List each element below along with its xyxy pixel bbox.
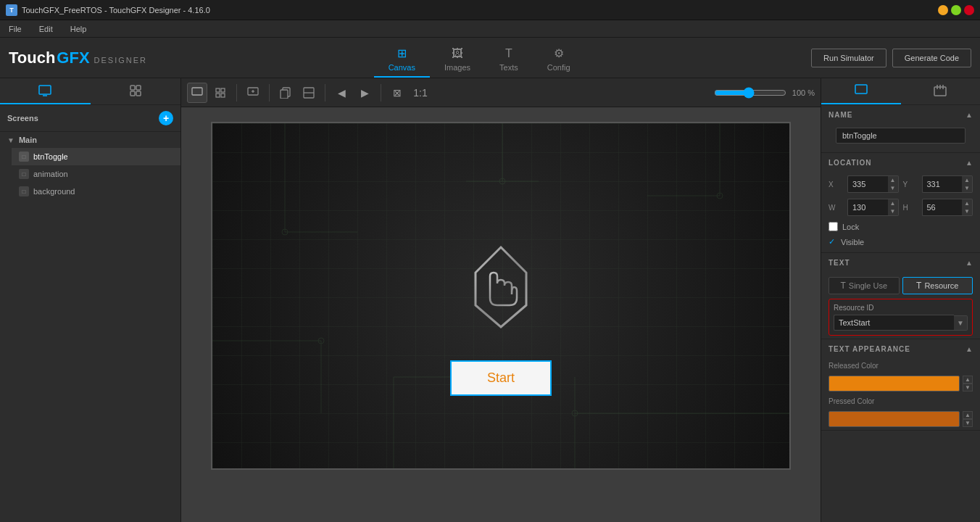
redo-button[interactable]: ▶ <box>354 83 375 103</box>
resource-select-row: TextStart ▼ <box>834 315 968 331</box>
location-section-arrow: ▲ <box>966 159 973 167</box>
canvas-container: Start <box>211 122 791 470</box>
right-tab-properties[interactable] <box>821 78 901 104</box>
canvas-area[interactable]: Start <box>181 107 821 522</box>
left-tab-screen[interactable] <box>0 78 91 104</box>
pressed-color-swatch[interactable] <box>829 411 960 427</box>
y-decrement[interactable]: ▼ <box>962 184 972 192</box>
location-section-header[interactable]: LOCATION ▲ <box>821 153 980 173</box>
cut-button[interactable] <box>299 83 319 103</box>
resource-tab[interactable]: T Resource <box>902 277 973 294</box>
add-screen-button[interactable]: + <box>159 111 173 125</box>
maximize-button[interactable] <box>951 5 961 15</box>
released-color-row: Released Color <box>821 359 980 373</box>
images-tab-label: Images <box>444 63 470 72</box>
tree-item-btntoggle[interactable]: □ btnToggle <box>12 148 180 165</box>
tree-main-label: Main <box>19 136 37 144</box>
tab-config[interactable]: ⚙ Config <box>533 42 585 78</box>
tab-texts[interactable]: T Texts <box>485 43 533 78</box>
w-decrement[interactable]: ▼ <box>888 207 898 215</box>
add-screen-tool-button[interactable] <box>243 83 263 103</box>
h-input[interactable] <box>922 199 963 216</box>
svg-rect-36 <box>855 85 867 94</box>
svg-rect-0 <box>39 86 51 94</box>
w-increment[interactable]: ▲ <box>888 199 898 207</box>
resource-id-select[interactable]: TextStart <box>834 315 954 331</box>
h-increment[interactable]: ▲ <box>962 199 972 207</box>
pressed-color-label: Pressed Color <box>829 397 973 405</box>
h-decrement[interactable]: ▼ <box>962 207 972 215</box>
window-controls <box>938 5 974 15</box>
left-sub-tabs <box>0 78 180 105</box>
undo-button[interactable]: ◀ <box>331 83 352 103</box>
canvas-button-container: Start <box>450 360 552 396</box>
svg-rect-7 <box>216 88 220 92</box>
tree-item-background[interactable]: □ background <box>12 183 180 200</box>
right-tab-interactions[interactable] <box>901 78 981 104</box>
pressed-color-row: Pressed Color <box>821 394 980 408</box>
pressed-color-increment[interactable]: ▲ <box>963 411 973 419</box>
text-section-header[interactable]: TEXT ▲ <box>821 253 980 273</box>
released-color-label: Released Color <box>829 362 973 370</box>
released-color-swatch[interactable] <box>829 376 960 392</box>
add-screen-icon <box>247 87 259 99</box>
generate-code-button[interactable]: Generate Code <box>892 49 971 67</box>
menu-help[interactable]: Help <box>67 23 90 35</box>
tree-item-animation[interactable]: □ animation <box>12 165 180 183</box>
tree-item-main[interactable]: ▼ Main <box>0 132 180 148</box>
h-spinner: ▲ ▼ <box>962 199 973 216</box>
x-decrement[interactable]: ▼ <box>888 184 898 192</box>
w-label: W <box>829 204 843 212</box>
single-use-icon: T <box>840 281 845 291</box>
zoom-fit-button[interactable]: 1:1 <box>410 83 431 103</box>
btntoggle-icon: □ <box>19 152 29 162</box>
preview-button[interactable]: ⊠ <box>387 83 407 103</box>
pressed-color-swatch-row: ▲ ▼ <box>821 408 980 430</box>
location-section-title: LOCATION <box>829 159 871 167</box>
canvas-tab-icon: ⊞ <box>397 46 407 60</box>
add-widget-button[interactable] <box>210 83 231 103</box>
properties-icon <box>855 84 868 97</box>
menu-edit[interactable]: Edit <box>36 23 56 35</box>
menu-file[interactable]: File <box>6 23 25 35</box>
canvas-column: ◀ ▶ ⊠ 1:1 100 % <box>181 78 821 522</box>
y-input[interactable] <box>922 175 963 193</box>
close-button[interactable] <box>964 5 974 15</box>
canvas-start-button[interactable]: Start <box>450 360 552 396</box>
resource-tab-icon: T <box>916 281 921 291</box>
toolbar-separator-2 <box>269 84 270 102</box>
svg-rect-6 <box>192 88 202 95</box>
w-input[interactable] <box>847 199 888 216</box>
run-simulator-button[interactable]: Run Simulator <box>811 49 886 67</box>
y-increment[interactable]: ▲ <box>962 176 972 184</box>
header: TouchGFX DESIGNER ⊞ Canvas 🖼 Images T Te… <box>0 38 980 78</box>
copy-button[interactable] <box>275 83 296 103</box>
resource-arrow[interactable]: ▼ <box>954 315 968 331</box>
main-layout: Screens + ▼ Main □ btnToggle □ animation… <box>0 78 980 522</box>
zoom-slider[interactable] <box>714 87 786 99</box>
released-color-increment[interactable]: ▲ <box>963 376 973 384</box>
minimize-button[interactable] <box>938 5 948 15</box>
tab-canvas[interactable]: ⊞ Canvas <box>374 42 430 78</box>
canvas-tab-label: Canvas <box>389 63 415 72</box>
name-input[interactable] <box>836 128 966 144</box>
pressed-color-decrement[interactable]: ▼ <box>963 419 973 427</box>
screen-tree: ▼ Main □ btnToggle □ animation □ backgro… <box>0 132 180 522</box>
select-tool-button[interactable] <box>187 83 207 103</box>
x-input[interactable] <box>847 175 888 193</box>
x-increment[interactable]: ▲ <box>888 176 898 184</box>
lock-checkbox[interactable] <box>829 222 838 231</box>
name-section-header[interactable]: NAME ▲ <box>821 105 980 125</box>
text-section-arrow: ▲ <box>966 259 973 267</box>
h-label: H <box>903 204 918 212</box>
location-section: LOCATION ▲ X ▲ ▼ Y ▲ ▼ <box>821 153 980 253</box>
tab-images[interactable]: 🖼 Images <box>430 43 485 78</box>
cut-icon <box>303 87 315 99</box>
released-color-decrement[interactable]: ▼ <box>963 384 973 392</box>
text-appearance-header[interactable]: TEXT APPEARANCE ▲ <box>821 339 980 359</box>
left-tab-widget[interactable] <box>91 78 181 104</box>
single-use-tab[interactable]: T Single Use <box>829 277 900 294</box>
tree-background-label: background <box>33 187 75 196</box>
texts-tab-icon: T <box>505 47 512 60</box>
right-panel: NAME ▲ LOCATION ▲ X ▲ ▼ <box>821 78 980 522</box>
